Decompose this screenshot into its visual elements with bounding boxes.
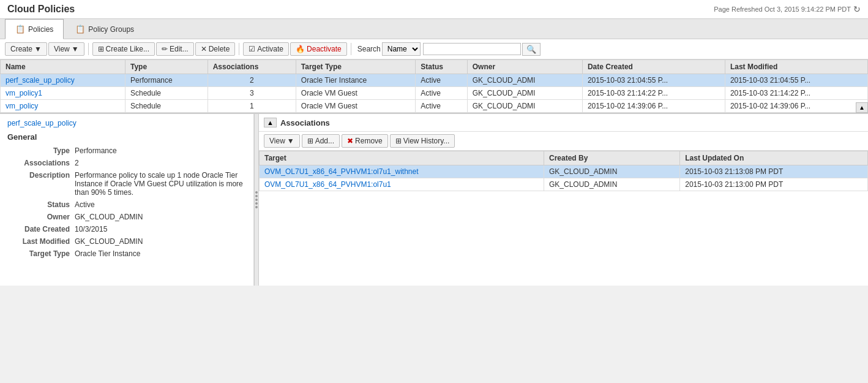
assoc-last-updated: 2015-10-03 21:13:00 PM PDT <box>680 178 868 191</box>
col-owner[interactable]: Owner <box>467 60 582 74</box>
assoc-remove-button[interactable]: ✖ Remove <box>342 134 388 148</box>
create-dropdown-icon[interactable]: ▼ <box>34 45 42 53</box>
row-name[interactable]: vm_policy <box>1 100 125 113</box>
tabs-bar: 📋 Policies 📋 Policy Groups <box>0 19 868 39</box>
col-last-modified[interactable]: Last Modified <box>725 60 867 74</box>
edit-icon: ✏ <box>162 45 168 53</box>
delete-icon: ✕ <box>201 45 207 53</box>
date-created-value: 10/3/2015 <box>75 225 246 233</box>
description-value: Performance policy to scale up 1 node Or… <box>75 171 246 197</box>
create-like-button[interactable]: ⊞ Create Like... <box>92 42 155 56</box>
table-row[interactable]: perf_scale_up_policy Performance 2 Oracl… <box>1 74 868 87</box>
activate-icon: ☑ <box>249 45 255 53</box>
row-type: Schedule <box>125 87 208 100</box>
deactivate-button[interactable]: 🔥 Deactivate <box>290 42 347 56</box>
assoc-title: Associations <box>280 118 863 127</box>
row-owner: GK_CLOUD_ADMI <box>467 100 582 113</box>
assoc-target[interactable]: OVM_OL7U1_x86_64_PVHVM1:ol7u1_withnet <box>260 165 544 178</box>
search-label: Search <box>357 45 381 53</box>
row-target-type: Oracle VM Guest <box>296 87 416 100</box>
col-target-type[interactable]: Target Type <box>296 60 416 74</box>
status-label: Status <box>7 200 75 209</box>
row-status: Active <box>416 100 467 113</box>
assoc-collapse-button[interactable]: ▲ <box>264 118 277 127</box>
edit-button[interactable]: ✏ Edit... <box>156 42 194 56</box>
toolbar-sep-1 <box>88 43 89 55</box>
assoc-created-by: GK_CLOUD_ADMIN <box>544 178 679 191</box>
target-type-value: Oracle Tier Instance <box>75 249 246 258</box>
col-type[interactable]: Type <box>125 60 208 74</box>
create-like-label: Create Like... <box>106 45 149 53</box>
vertical-splitter[interactable] <box>254 114 259 286</box>
tab-policies[interactable]: 📋 Policies <box>5 19 64 39</box>
row-status: Active <box>416 74 467 87</box>
page-header: Cloud Policies Page Refreshed Oct 3, 201… <box>0 0 868 19</box>
assoc-row[interactable]: OVM_OL7U1_x86_64_PVHVM1:ol7u1_withnet GK… <box>260 165 868 178</box>
type-label: Type <box>7 146 75 155</box>
col-name[interactable]: Name <box>1 60 125 74</box>
row-date-created: 2015-10-03 21:04:55 P... <box>582 74 725 87</box>
activate-button[interactable]: ☑ Activate <box>243 42 289 56</box>
detail-row-associations: Associations 2 <box>7 159 246 167</box>
search-group: Search Name 🔍 <box>357 42 541 56</box>
toolbar: Create ▼ View ▼ ⊞ Create Like... ✏ Edit.… <box>0 39 868 59</box>
last-modified-value: GK_CLOUD_ADMIN <box>75 237 246 246</box>
search-input[interactable] <box>423 43 521 55</box>
status-value: Active <box>75 200 246 209</box>
row-last-modified: 2015-10-03 21:04:55 P... <box>725 74 867 87</box>
col-associations[interactable]: Associations <box>208 60 296 74</box>
table-row[interactable]: vm_policy1 Schedule 3 Oracle VM Guest Ac… <box>1 87 868 100</box>
view-button[interactable]: View ▼ <box>48 42 84 56</box>
detail-policy-title[interactable]: perf_scale_up_policy <box>7 119 246 127</box>
assoc-target[interactable]: OVM_OL7U1_x86_64_PVHVM1:ol7u1 <box>260 178 544 191</box>
create-label: Create <box>10 45 32 53</box>
policies-table-container: Name Type Associations Target Type Statu… <box>0 59 868 114</box>
tab-policy-groups[interactable]: 📋 Policy Groups <box>65 19 144 39</box>
assoc-col-target[interactable]: Target <box>260 151 544 165</box>
associations-label: Associations <box>7 159 75 167</box>
assoc-header-row: Target Created By Last Updated On <box>260 151 868 165</box>
assoc-col-created-by[interactable]: Created By <box>544 151 679 165</box>
owner-label: Owner <box>7 213 75 221</box>
main-content: Name Type Associations Target Type Statu… <box>0 59 868 286</box>
page-refreshed-info: Page Refreshed Oct 3, 2015 9:14:22 PM PD… <box>714 4 861 14</box>
delete-button[interactable]: ✕ Delete <box>195 42 236 56</box>
table-scroll-button[interactable]: ▲ <box>856 102 868 113</box>
assoc-history-icon: ⊞ <box>395 137 402 145</box>
row-target-type: Oracle VM Guest <box>296 100 416 113</box>
detail-row-status: Status Active <box>7 200 246 209</box>
col-status[interactable]: Status <box>416 60 467 74</box>
search-go-button[interactable]: 🔍 <box>522 43 541 56</box>
assoc-table-container: Target Created By Last Updated On OVM_OL… <box>259 151 868 286</box>
assoc-remove-label: Remove <box>355 137 383 145</box>
row-name[interactable]: vm_policy1 <box>1 87 125 100</box>
delete-label: Delete <box>209 45 230 53</box>
detail-left-panel: perf_scale_up_policy General Type Perfor… <box>0 114 254 286</box>
row-date-created: 2015-10-03 21:14:22 P... <box>582 87 725 100</box>
row-date-created: 2015-10-02 14:39:06 P... <box>582 100 725 113</box>
policy-groups-tab-icon: 📋 <box>75 25 85 34</box>
assoc-add-button[interactable]: ⊞ Add... <box>302 134 340 148</box>
table-row[interactable]: vm_policy Schedule 1 Oracle VM Guest Act… <box>1 100 868 113</box>
policies-table: Name Type Associations Target Type Statu… <box>0 59 868 113</box>
assoc-view-history-button[interactable]: ⊞ View History... <box>390 134 455 148</box>
row-name[interactable]: perf_scale_up_policy <box>1 74 125 87</box>
col-date-created[interactable]: Date Created <box>582 60 725 74</box>
assoc-table: Target Created By Last Updated On OVM_OL… <box>259 151 868 191</box>
search-field-select[interactable]: Name <box>382 42 421 56</box>
tab-policies-label: Policies <box>28 25 53 34</box>
row-owner: GK_CLOUD_ADMI <box>467 74 582 87</box>
assoc-toolbar: View ▼ ⊞ Add... ✖ Remove ⊞ View History.… <box>259 132 868 151</box>
assoc-row[interactable]: OVM_OL7U1_x86_64_PVHVM1:ol7u1 GK_CLOUD_A… <box>260 178 868 191</box>
view-dropdown-icon[interactable]: ▼ <box>72 45 79 53</box>
assoc-col-last-updated[interactable]: Last Updated On <box>680 151 868 165</box>
associations-value: 2 <box>75 159 246 167</box>
refresh-icon[interactable]: ↻ <box>853 4 861 14</box>
detail-row-description: Description Performance policy to scale … <box>7 171 246 197</box>
assoc-view-button[interactable]: View ▼ <box>264 134 300 148</box>
detail-row-last-modified: Last Modified GK_CLOUD_ADMIN <box>7 237 246 246</box>
assoc-panel-header: ▲ Associations <box>259 114 868 132</box>
page-title: Cloud Policies <box>7 4 75 15</box>
create-button[interactable]: Create ▼ <box>5 42 47 56</box>
description-label: Description <box>7 171 75 180</box>
